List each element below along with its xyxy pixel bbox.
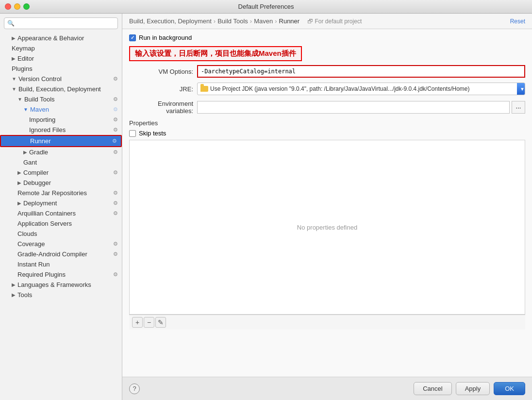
run-in-background-row: Run in background (129, 34, 525, 41)
sidebar-item-label: Runner (30, 137, 51, 145)
run-in-background-checkbox[interactable] (129, 34, 136, 41)
sidebar-item-label: Debugger (23, 179, 51, 186)
arrow-icon: ▶ (17, 200, 21, 206)
sidebar-item-gradle[interactable]: ▶ Gradle ⚙ (0, 147, 122, 157)
env-vars-edit-button[interactable]: ··· (512, 101, 525, 114)
settings-icon: ⚙ (113, 117, 118, 123)
sidebar-item-label: Gradle-Android Compiler (17, 250, 87, 258)
sidebar-item-label: Gradle (29, 149, 48, 156)
settings-icon: ⚙ (113, 127, 118, 133)
sidebar-item-required-plugins[interactable]: Required Plugins ⚙ (0, 269, 122, 280)
apply-button[interactable]: Apply (456, 382, 490, 395)
settings-icon: ⚙ (113, 241, 118, 247)
maximize-button[interactable] (23, 3, 30, 10)
dropdown-arrow-icon[interactable]: ▼ (517, 83, 525, 95)
sidebar-item-build-execution[interactable]: ▼ Build, Execution, Deployment (0, 84, 122, 94)
vm-options-row: VM Options: (129, 65, 525, 78)
sidebar-item-ignored-files[interactable]: Ignored Files ⚙ (0, 125, 122, 135)
sidebar-item-app-servers[interactable]: Application Servers (0, 218, 122, 229)
sidebar-item-importing[interactable]: Importing ⚙ (0, 115, 122, 125)
breadcrumb-part: Build, Execution, Deployment (129, 17, 212, 25)
settings-icon: ⚙ (113, 210, 118, 217)
sidebar-item-gradle-android[interactable]: Gradle-Android Compiler ⚙ (0, 249, 122, 259)
properties-toolbar: + − ✎ (129, 315, 525, 330)
sidebar-item-build-tools[interactable]: ▼ Build Tools ⚙ (0, 94, 122, 104)
arrow-icon: ▶ (23, 150, 27, 155)
sidebar-item-label: Importing (29, 116, 55, 123)
window-controls[interactable] (5, 3, 30, 10)
jre-select[interactable]: Use Project JDK (java version "9.0.4", p… (197, 83, 525, 95)
sidebar-item-maven[interactable]: ▼ Maven ⚙ (0, 104, 122, 115)
reset-button[interactable]: Reset (510, 18, 525, 25)
sidebar-item-compiler[interactable]: ▶ Compiler ⚙ (0, 167, 122, 178)
sidebar-item-editor[interactable]: ▶ Editor (0, 53, 122, 64)
arrow-icon: ▶ (12, 282, 16, 287)
content-header: Build, Execution, Deployment › Build Too… (122, 14, 532, 29)
sidebar-item-runner[interactable]: Runner ⚙ (0, 135, 122, 147)
sidebar-item-clouds[interactable]: Clouds (0, 229, 122, 239)
settings-icon: ⚙ (113, 190, 118, 196)
settings-icon: ⚙ (113, 251, 118, 257)
sidebar-item-keymap[interactable]: Keymap (0, 43, 122, 53)
settings-icon: ⚙ (113, 169, 118, 176)
sidebar-item-debugger[interactable]: ▶ Debugger (0, 178, 122, 188)
sidebar-item-version-control[interactable]: ▼ Version Control ⚙ (0, 74, 122, 84)
title-bar: Default Preferences (0, 0, 532, 14)
sidebar-item-remote-jar[interactable]: Remote Jar Repositories ⚙ (0, 188, 122, 198)
env-vars-input[interactable] (197, 101, 510, 114)
close-button[interactable] (5, 3, 11, 10)
sidebar-item-coverage[interactable]: Coverage ⚙ (0, 239, 122, 249)
properties-label: Properties (129, 119, 525, 127)
breadcrumb-separator: › (275, 17, 277, 25)
sidebar-item-label: Gant (23, 159, 37, 166)
window-title: Default Preferences (238, 3, 294, 10)
run-in-background-label: Run in background (139, 34, 192, 41)
search-input[interactable] (4, 17, 118, 29)
breadcrumb-part: Build Tools (217, 17, 248, 25)
sidebar-item-label: Application Servers (17, 220, 72, 227)
settings-icon: ⚙ (112, 138, 117, 144)
sidebar-item-label: Build Tools (24, 96, 55, 103)
vm-options-input[interactable] (197, 65, 525, 78)
arrow-icon: ▼ (12, 76, 17, 82)
sidebar-item-label: Instant Run (17, 261, 50, 268)
ok-button[interactable]: OK (494, 382, 525, 395)
arrow-icon: ▼ (12, 86, 17, 92)
skip-tests-checkbox[interactable] (129, 130, 136, 137)
sidebar-item-label: Tools (17, 291, 32, 299)
cancel-button[interactable]: Cancel (414, 382, 451, 395)
arrow-icon: ▼ (23, 107, 28, 112)
vm-options-label: VM Options: (129, 68, 197, 75)
sidebar-item-arquillian[interactable]: Arquillian Containers ⚙ (0, 208, 122, 218)
content-body: Run in background 输入该设置，日后断网，项目也能集成Maven… (122, 29, 532, 377)
arrow-icon: ▶ (12, 35, 16, 41)
sidebar-item-plugins[interactable]: Plugins (0, 64, 122, 74)
sidebar-item-label: Arquillian Containers (17, 210, 76, 217)
sidebar-item-languages[interactable]: ▶ Languages & Frameworks (0, 280, 122, 290)
sidebar-item-instant-run[interactable]: Instant Run (0, 259, 122, 269)
sidebar-item-label: Editor (17, 55, 34, 62)
skip-tests-label: Skip tests (139, 130, 166, 137)
env-vars-label: Environment variables: (129, 100, 197, 115)
remove-property-button[interactable]: − (144, 317, 154, 328)
search-box[interactable] (0, 14, 122, 33)
subtitle: 🗗 For default project (307, 18, 362, 25)
sidebar-item-label: Keymap (12, 45, 35, 52)
sidebar-item-deployment[interactable]: ▶ Deployment ⚙ (0, 198, 122, 208)
breadcrumb-separator: › (250, 17, 252, 25)
sidebar-item-appearance[interactable]: ▶ Appearance & Behavior (0, 33, 122, 43)
sidebar-item-tools[interactable]: ▶ Tools (0, 290, 122, 300)
action-buttons: Cancel Apply OK (414, 382, 525, 395)
jre-select-text: Use Project JDK (java version "9.0.4", p… (210, 85, 514, 92)
sidebar-item-gant[interactable]: Gant (0, 157, 122, 167)
add-property-button[interactable]: + (132, 317, 143, 328)
edit-property-button[interactable]: ✎ (155, 317, 166, 328)
arrow-icon: ▶ (17, 170, 21, 175)
minimize-button[interactable] (14, 3, 20, 10)
sidebar: ▶ Appearance & Behavior Keymap ▶ Editor … (0, 14, 122, 400)
help-button[interactable]: ? (129, 383, 140, 394)
settings-icon: ⚙ (113, 200, 118, 206)
sidebar-item-label: Compiler (23, 169, 49, 176)
sidebar-item-label: Ignored Files (29, 126, 66, 133)
jre-label: JRE: (129, 85, 197, 93)
